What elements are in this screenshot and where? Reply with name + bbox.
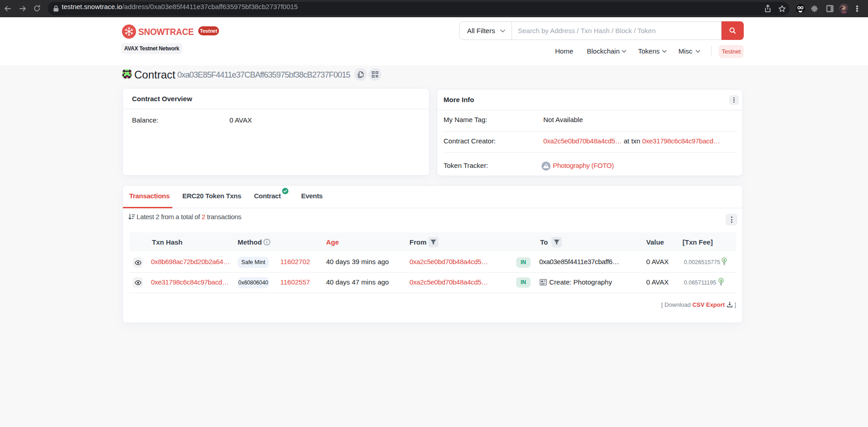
svg-text:$: $ xyxy=(723,258,726,262)
svg-text:$: $ xyxy=(720,279,722,283)
